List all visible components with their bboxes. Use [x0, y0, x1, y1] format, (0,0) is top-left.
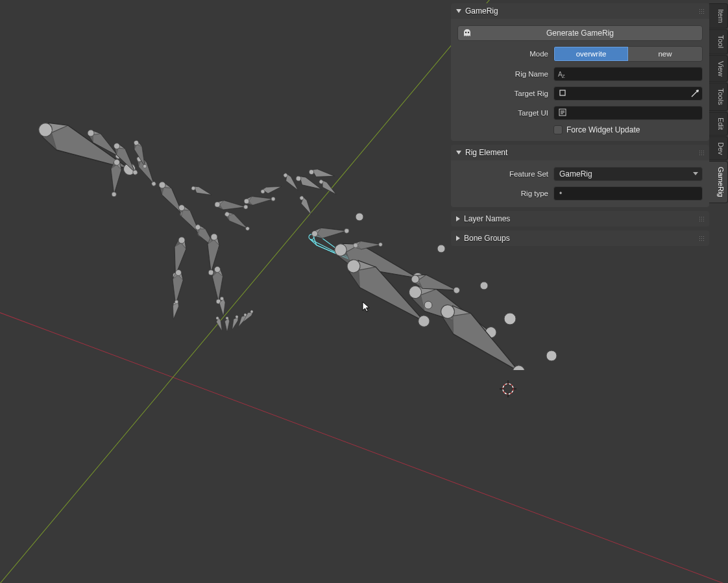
eyedropper-icon[interactable] — [690, 89, 699, 100]
disclosure-right-icon — [456, 236, 460, 241]
tab-tools[interactable]: Tools — [709, 82, 728, 111]
rig-type-label: Rig type — [457, 190, 548, 197]
npanel: GameRig Generate GameRig Mode overwrite … — [451, 3, 709, 246]
feature-set-value: GameRig — [559, 169, 592, 179]
panel-layer-names[interactable]: Layer Names — [451, 211, 709, 227]
tab-gamerig[interactable]: GameRig — [709, 161, 728, 203]
disclosure-right-icon — [456, 216, 460, 221]
svg-point-15 — [437, 245, 445, 253]
chevron-down-icon — [693, 172, 698, 175]
rig-name-label: Rig Name — [457, 70, 548, 78]
svg-point-14 — [356, 213, 363, 221]
tab-view[interactable]: View — [709, 55, 728, 82]
svg-point-27 — [468, 32, 469, 33]
panel-gamerig: GameRig Generate GameRig Mode overwrite … — [451, 3, 709, 141]
mode-label: Mode — [457, 50, 548, 58]
svg-point-17 — [504, 313, 516, 325]
side-tabs: Item Tool View Tools Edit Dev GameRig — [709, 3, 728, 204]
rig-name-input[interactable]: AZ — [553, 67, 703, 81]
svg-point-26 — [465, 32, 467, 33]
mode-new-button[interactable]: new — [628, 47, 702, 61]
tab-dev[interactable]: Dev — [709, 136, 728, 161]
disclosure-down-icon — [456, 9, 461, 13]
text-data-icon — [558, 108, 567, 119]
grip-icon[interactable] — [699, 236, 705, 241]
panel-body-rig-element: Feature Set GameRig Rig type • — [451, 160, 709, 207]
grip-icon[interactable] — [699, 8, 705, 14]
mode-overwrite-button[interactable]: overwrite — [554, 47, 628, 61]
panel-bone-groups[interactable]: Bone Groups — [451, 230, 709, 246]
text-icon: AZ — [558, 71, 564, 78]
force-widget-checkbox[interactable] — [553, 125, 563, 134]
svg-rect-28 — [560, 90, 565, 95]
svg-point-19 — [424, 301, 432, 309]
svg-point-18 — [546, 351, 557, 361]
tab-edit[interactable]: Edit — [709, 112, 728, 136]
rig-type-input[interactable]: • — [553, 186, 703, 201]
3d-cursor — [500, 380, 516, 397]
panel-header-gamerig[interactable]: GameRig — [451, 3, 709, 19]
svg-point-20 — [503, 384, 513, 394]
rig-type-value: • — [559, 189, 562, 198]
target-ui-label: Target UI — [457, 109, 548, 117]
panel-title: Layer Names — [464, 214, 510, 223]
target-rig-input[interactable] — [553, 86, 703, 101]
target-rig-label: Target Rig — [457, 90, 548, 97]
panel-header-rig-element[interactable]: Rig Element — [451, 145, 709, 160]
panel-title: Rig Element — [465, 148, 507, 157]
svg-point-16 — [480, 282, 488, 290]
panel-title: GameRig — [465, 6, 498, 16]
panel-rig-element: Rig Element Feature Set GameRig Rig type… — [451, 145, 709, 207]
ghost-icon — [462, 28, 472, 40]
tab-item[interactable]: Item — [709, 3, 728, 29]
target-ui-input[interactable] — [553, 106, 703, 120]
generate-button-label: Generate GameRig — [546, 29, 614, 38]
grip-icon[interactable] — [699, 150, 705, 155]
feature-set-label: Feature Set — [457, 170, 548, 178]
panel-body-gamerig: Generate GameRig Mode overwrite new Rig … — [451, 19, 709, 141]
grip-icon[interactable] — [699, 216, 705, 221]
mode-toggle: overwrite new — [553, 46, 703, 62]
object-icon — [558, 88, 567, 99]
feature-set-dropdown[interactable]: GameRig — [553, 167, 703, 181]
svg-point-29 — [697, 90, 699, 92]
force-widget-label: Force Widget Update — [566, 125, 640, 134]
panel-title: Bone Groups — [464, 234, 510, 243]
generate-gamerig-button[interactable]: Generate GameRig — [457, 25, 703, 41]
tab-tool[interactable]: Tool — [709, 29, 728, 54]
disclosure-down-icon — [456, 151, 461, 155]
